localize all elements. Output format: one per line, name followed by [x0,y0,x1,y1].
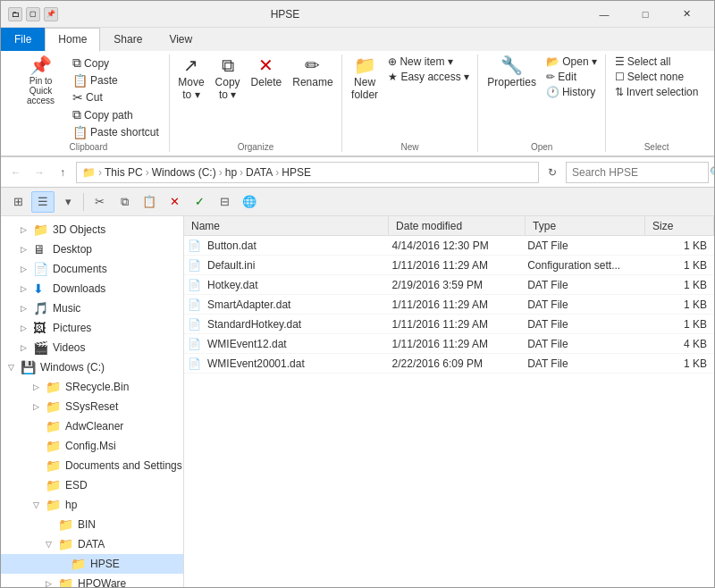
sidebar-item-ssysreset[interactable]: ▷ 📁 SSysReset [1,397,183,416]
sidebar-item-hpse[interactable]: 📁 HPSE [1,554,183,574]
sidebar-item-adwcleaner[interactable]: 📁 AdwCleaner [1,416,183,436]
sidebar-item-esd[interactable]: 📁 ESD [1,475,183,495]
col-type-header[interactable]: Type [526,216,645,235]
delete-btn2[interactable]: ✕ [163,191,186,213]
expand-icon [58,559,71,568]
copy-to-button[interactable]: ⧉ Copyto ▾ [212,55,244,103]
organize-label: Organize [238,142,274,152]
new-folder-button[interactable]: 📁 Newfolder [348,55,382,103]
sidebar-item-downloads[interactable]: ▷ ⬇ Downloads [1,279,183,298]
copy-path-button[interactable]: ⧉ Copy path [70,106,162,123]
sidebar-item-desktop[interactable]: ▷ 🖥 Desktop [1,239,183,259]
tab-view[interactable]: View [156,28,206,51]
sidebar-label: Pictures [53,322,91,334]
new-folder-btn2[interactable]: 📋 [138,191,161,213]
sidebar-item-srecycle[interactable]: ▷ 📁 SRecycle.Bin [1,377,183,397]
easy-access-button[interactable]: ★ Easy access ▾ [385,70,472,84]
sidebar-item-videos[interactable]: ▷ 🎬 Videos [1,338,183,357]
edit-button[interactable]: ✏ Edit [543,70,600,84]
sidebar-item-hp[interactable]: ▽ 📁 hp [1,495,183,515]
ribbon-tabs: File Home Share View [1,28,714,51]
tab-file[interactable]: File [1,28,45,51]
rename-icon: ✏ [305,56,320,74]
view-dropdown[interactable]: ▾ [56,191,80,213]
search-box[interactable]: 🔍 [566,162,709,183]
invert-selection-button[interactable]: ⇅ Invert selection [612,85,702,99]
sidebar-item-config-msi[interactable]: 📁 Config.Msi [1,436,183,456]
sidebar-label: HPQWare [78,577,126,588]
path-thispc[interactable]: This PC [105,166,143,179]
open-col: 📂 Open ▾ ✏ Edit 🕐 History [543,55,600,99]
file-size: 1 KB [646,239,714,252]
path-drive[interactable]: Windows (C:) [152,166,216,179]
paste-button[interactable]: 📋 Paste [70,72,162,88]
open-button[interactable]: 📂 Open ▾ [543,55,600,69]
path-data[interactable]: DATA [246,166,273,179]
check-btn[interactable]: ✓ [188,191,211,213]
file-name: StandardHotkey.dat [207,318,392,331]
copy-button[interactable]: ⧉ Copy [70,55,162,71]
delete-button[interactable]: ✕ Delete [248,55,286,90]
file-icon: 📄 [188,298,204,311]
table-row[interactable]: 📄 Button.dat 4/14/2016 12:30 PM DAT File… [184,236,714,256]
tab-share[interactable]: Share [100,28,156,51]
table-row[interactable]: 📄 WMIEvent12.dat 1/11/2016 11:29 AM DAT … [184,334,714,354]
back-button[interactable]: ← [6,163,26,182]
expand-icon: ▷ [21,323,33,332]
close-button[interactable]: ✕ [666,1,707,28]
sidebar-item-pictures[interactable]: ▷ 🖼 Pictures [1,318,183,338]
col-size-header[interactable]: Size [645,216,714,235]
rename-button[interactable]: ✏ Rename [289,55,336,90]
properties-btn2[interactable]: ⊟ [213,191,236,213]
sidebar-item-windows-c[interactable]: ▽ 💾 Windows (C:) [1,357,183,377]
forward-button[interactable]: → [29,163,49,182]
cut-icon: ✂ [72,90,83,105]
sidebar-item-documents[interactable]: ▷ 📄 Documents [1,259,183,279]
maximize-button[interactable]: □ [625,1,666,28]
view-large-icons[interactable]: ⊞ [6,191,29,213]
pictures-icon: 🖼 [33,321,49,335]
file-icon: 📄 [188,259,204,272]
sort-button[interactable]: ✂ [88,191,111,213]
table-row[interactable]: 📄 WMIEvent20001.dat 2/22/2016 6:09 PM DA… [184,354,714,374]
paste-shortcut-button[interactable]: 📋 Paste shortcut [70,124,162,140]
new-item-button[interactable]: ⊕ New item ▾ [385,55,472,69]
select-all-button[interactable]: ☰ Select all [612,55,702,69]
sidebar-item-hpqware[interactable]: ▷ 📁 HPQWare [1,574,183,588]
sidebar-item-3d-objects[interactable]: ▷ 📁 3D Objects [1,220,183,239]
refresh-button[interactable]: ↻ [543,163,562,182]
table-row[interactable]: 📄 Hotkey.dat 2/19/2016 3:59 PM DAT File … [184,275,714,295]
minimize-button[interactable]: — [584,1,625,28]
path-hp[interactable]: hp [225,166,237,179]
move-to-button[interactable]: ↗ Moveto ▾ [174,55,207,103]
copy-to-label: Copyto ▾ [215,76,240,101]
search-input[interactable] [572,166,706,179]
sidebar-item-music[interactable]: ▷ 🎵 Music [1,298,183,318]
folder-icon: 📁 [46,419,62,433]
history-button[interactable]: 🕐 History [543,85,600,99]
view-details[interactable]: ☰ [31,191,55,213]
select-none-button[interactable]: ☐ Select none [612,70,702,84]
sidebar-item-data[interactable]: ▽ 📁 DATA [1,534,183,554]
documents-icon: 📄 [33,262,49,276]
up-button[interactable]: ↑ [53,163,72,182]
address-path[interactable]: 📁 › This PC › Windows (C:) › hp › DATA ›… [76,162,539,183]
path-hpse[interactable]: HPSE [282,166,311,179]
ribbon: File Home Share View 📌 Pin to Quickacces… [1,28,714,157]
help-btn[interactable]: 🌐 [238,191,261,213]
table-row[interactable]: 📄 SmartAdapter.dat 1/11/2016 11:29 AM DA… [184,295,714,315]
pin-to-quick-button[interactable]: 📌 Pin to Quickaccess [15,55,66,107]
tab-home[interactable]: Home [45,28,100,52]
path-computer: 📁 [82,166,96,179]
properties-button[interactable]: 🔧 Properties [484,55,540,90]
col-date-header[interactable]: Date modified [389,216,526,235]
sidebar-item-documents-settings[interactable]: 📁 Documents and Settings [1,456,183,475]
select-label: Select [644,142,669,152]
sidebar-item-bin[interactable]: 📁 BIN [1,515,183,534]
cut-button[interactable]: ✂ Cut [70,89,162,105]
col-name-header[interactable]: Name [184,216,389,235]
table-row[interactable]: 📄 StandardHotkey.dat 1/11/2016 11:29 AM … [184,315,714,334]
table-row[interactable]: 📄 Default.ini 1/11/2016 11:29 AM Configu… [184,256,714,275]
search-icon: 🔍 [710,166,715,179]
copy-view[interactable]: ⧉ [113,191,136,213]
